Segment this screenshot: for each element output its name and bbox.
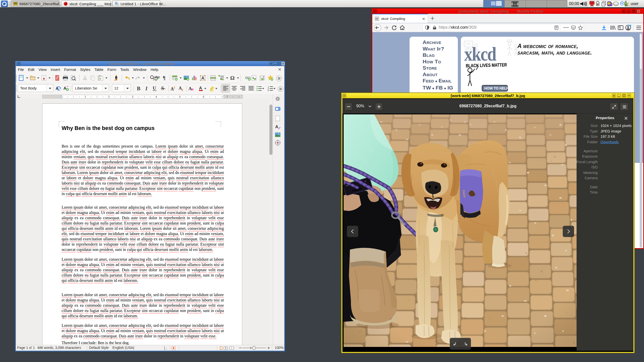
svg-text:2: 2 (174, 85, 175, 89)
svg-text:abc: abc (154, 75, 160, 79)
svg-text:1: 1 (252, 76, 254, 80)
svg-text:B: B (137, 85, 140, 92)
svg-text:7: 7 (226, 96, 228, 98)
svg-text:5: 5 (179, 96, 181, 98)
svg-text:3: 3 (268, 89, 269, 92)
svg-text:2: 2 (108, 96, 110, 98)
svg-text:A: A (188, 86, 192, 91)
svg-text:2: 2 (182, 88, 183, 92)
svg-text:Ω: Ω (230, 75, 235, 81)
svg-text:1: 1 (85, 96, 86, 98)
svg-text:A: A (275, 124, 278, 129)
svg-text:60: 60 (626, 5, 628, 7)
svg-text:U: U (153, 85, 156, 91)
svg-text:A: A (63, 86, 66, 91)
svg-text:6: 6 (203, 96, 204, 98)
svg-text:I: I (145, 85, 148, 92)
svg-text:3: 3 (132, 96, 133, 98)
svg-text:HOW TO HELP: HOW TO HELP (484, 86, 509, 90)
svg-text:BLACK LIVES MATTER: BLACK LIVES MATTER (466, 62, 507, 69)
svg-text:A: A (199, 86, 202, 90)
svg-text:S: S (161, 85, 164, 91)
svg-text:4: 4 (155, 96, 157, 98)
svg-text:¶: ¶ (163, 75, 166, 81)
svg-text:A: A (202, 76, 205, 80)
